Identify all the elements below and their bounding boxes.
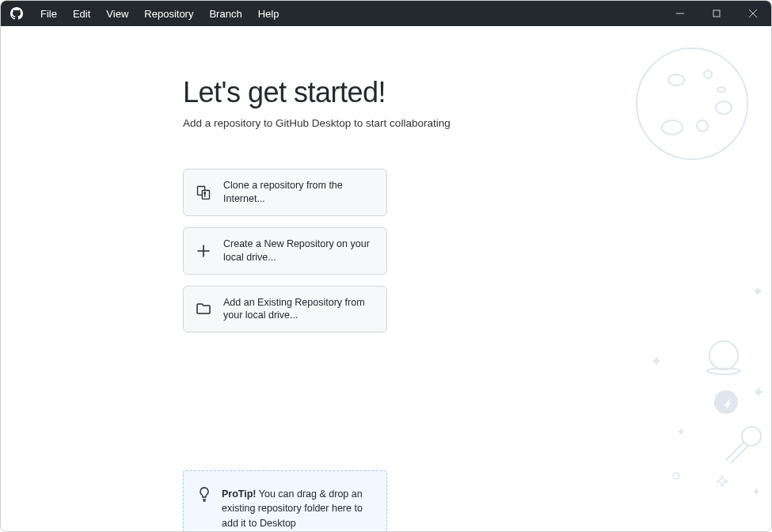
svg-point-5 — [697, 120, 708, 131]
maximize-button[interactable] — [698, 1, 735, 26]
folder-icon — [195, 302, 212, 316]
page-title: Let's get started! — [183, 76, 571, 109]
create-repo-label: Create a New Repository on your local dr… — [223, 238, 375, 264]
svg-point-13 — [204, 192, 206, 194]
protip-box: ProTip! You can drag & drop an existing … — [183, 470, 387, 532]
svg-rect-12 — [202, 190, 209, 199]
actions-list: Clone a repository from the Internet... … — [183, 169, 387, 332]
menubar: File Edit View Repository Branch Help — [1, 1, 771, 26]
close-button[interactable] — [735, 1, 771, 26]
protip-text: ProTip! You can drag & drop an existing … — [222, 487, 372, 530]
svg-point-10 — [673, 473, 679, 479]
app-window: File Edit View Repository Branch Help — [0, 0, 772, 532]
minimize-button[interactable] — [662, 1, 698, 26]
svg-point-3 — [704, 70, 712, 78]
menu-repository[interactable]: Repository — [136, 1, 201, 26]
decor-illustration — [581, 32, 771, 531]
welcome-content: Let's get started! Add a repository to G… — [183, 76, 571, 532]
clone-repo-button[interactable]: Clone a repository from the Internet... — [183, 169, 387, 216]
menu-edit[interactable]: Edit — [65, 1, 98, 26]
svg-point-2 — [668, 74, 684, 86]
repo-clone-icon — [195, 184, 212, 200]
github-logo-icon — [1, 7, 32, 20]
add-existing-repo-label: Add an Existing Repository from your loc… — [223, 296, 375, 323]
svg-point-9 — [742, 427, 761, 446]
clone-repo-label: Clone a repository from the Internet... — [223, 179, 375, 206]
svg-rect-0 — [713, 10, 720, 17]
window-controls — [662, 1, 771, 26]
svg-point-7 — [717, 87, 725, 92]
create-repo-button[interactable]: Create a New Repository on your local dr… — [183, 227, 387, 275]
add-existing-repo-button[interactable]: Add an Existing Repository from your loc… — [183, 286, 387, 333]
protip-label: ProTip! — [222, 488, 257, 500]
plus-icon — [195, 244, 212, 258]
menu-branch[interactable]: Branch — [201, 1, 249, 26]
menu-help[interactable]: Help — [250, 1, 287, 26]
lightbulb-icon — [198, 487, 212, 530]
svg-point-1 — [637, 48, 747, 159]
svg-point-4 — [716, 101, 732, 114]
svg-point-6 — [662, 120, 683, 135]
svg-point-8 — [714, 390, 738, 414]
page-subtitle: Add a repository to GitHub Desktop to st… — [183, 117, 571, 129]
menu-file[interactable]: File — [32, 1, 65, 26]
menu-view[interactable]: View — [98, 1, 136, 26]
